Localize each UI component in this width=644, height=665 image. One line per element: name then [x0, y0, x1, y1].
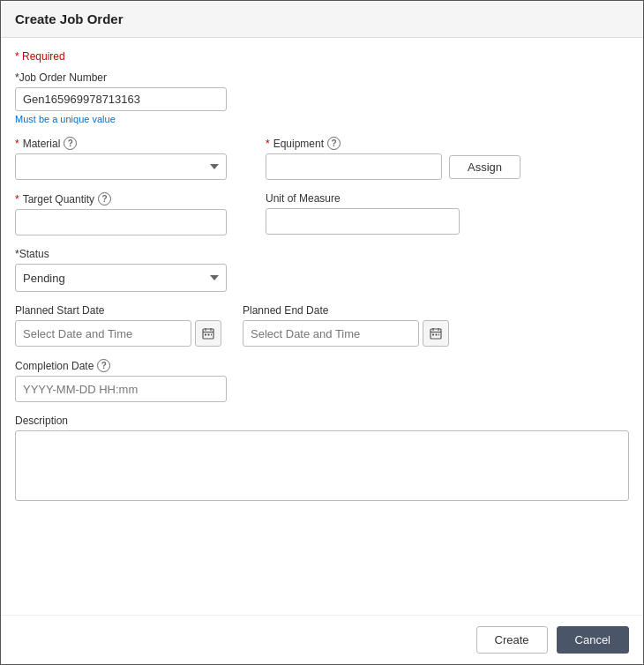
unit-of-measure-group: Unit of Measure [266, 192, 629, 235]
cancel-button[interactable]: Cancel [557, 626, 629, 654]
material-select[interactable] [15, 153, 227, 180]
description-label: Description [15, 415, 68, 427]
target-quantity-label: Target Quantity [23, 193, 94, 205]
planned-end-date-label: Planned End Date [243, 304, 328, 317]
planned-start-date-label: Planned Start Date [15, 304, 104, 317]
completion-date-input[interactable] [15, 376, 227, 402]
svg-rect-4 [205, 334, 206, 336]
calendar-icon [430, 327, 442, 340]
equipment-label: Equipment [273, 138, 324, 150]
svg-rect-12 [436, 334, 438, 336]
job-order-number-input[interactable] [15, 87, 227, 111]
material-label: Material [23, 138, 61, 150]
planned-end-date-calendar-button[interactable] [423, 320, 449, 347]
completion-date-help-icon: ? [97, 359, 110, 372]
description-textarea[interactable] [15, 430, 629, 501]
equipment-group: * Equipment ? Assign [266, 137, 629, 180]
unique-value-note: Must be a unique value [15, 114, 629, 124]
planned-dates-row: Planned Start Date [15, 304, 629, 347]
svg-rect-13 [438, 334, 439, 336]
status-select[interactable]: Pending [15, 264, 227, 292]
planned-end-date-input[interactable] [243, 320, 419, 347]
status-group: *Status Pending [15, 248, 629, 292]
modal-body: * Required *Job Order Number Must be a u… [1, 38, 643, 615]
planned-start-date-group: Planned Start Date [15, 304, 221, 347]
assign-button[interactable]: Assign [449, 155, 520, 179]
required-note: * Required [15, 50, 629, 63]
equipment-help-icon: ? [327, 137, 341, 150]
calendar-icon [202, 327, 214, 340]
job-order-number-label: *Job Order Number [15, 71, 629, 84]
material-equipment-row: * Material ? * Equipment ? Assign [15, 137, 629, 180]
equipment-input[interactable] [266, 153, 442, 180]
status-label: *Status [15, 248, 49, 260]
target-quantity-group: * Target Quantity ? [15, 192, 244, 235]
planned-start-date-input[interactable] [15, 320, 191, 347]
unit-of-measure-label: Unit of Measure [266, 192, 341, 205]
planned-start-date-calendar-button[interactable] [195, 320, 221, 347]
material-help-icon: ? [64, 137, 77, 150]
job-order-number-group: *Job Order Number Must be a unique value [15, 71, 629, 124]
modal-header: Create Job Order [1, 1, 643, 38]
svg-rect-5 [208, 334, 210, 336]
create-job-order-modal: Create Job Order * Required *Job Order N… [0, 0, 644, 665]
target-quantity-input[interactable] [15, 209, 227, 235]
equipment-row: Assign [266, 153, 629, 180]
planned-end-date-group: Planned End Date [243, 304, 449, 347]
description-group: Description [15, 415, 629, 504]
create-button[interactable]: Create [476, 626, 548, 654]
completion-date-group: Completion Date ? [15, 359, 629, 402]
target-quantity-help-icon: ? [98, 192, 111, 205]
completion-date-label: Completion Date [15, 360, 94, 372]
quantity-unit-row: * Target Quantity ? Unit of Measure [15, 192, 629, 235]
unit-of-measure-input[interactable] [266, 208, 460, 235]
modal-title: Create Job Order [15, 11, 124, 26]
svg-rect-6 [211, 334, 212, 336]
svg-rect-11 [432, 334, 434, 336]
material-group: * Material ? [15, 137, 244, 180]
modal-footer: Create Cancel [1, 615, 643, 664]
